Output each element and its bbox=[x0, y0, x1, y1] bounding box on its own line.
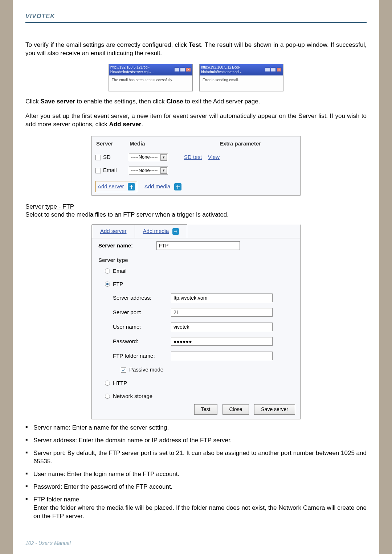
chevron-down-icon[interactable] bbox=[160, 154, 167, 161]
chevron-down-icon[interactable] bbox=[160, 167, 167, 174]
add-media-button[interactable]: Add media bbox=[144, 183, 181, 189]
radio-network-storage[interactable] bbox=[105, 394, 110, 399]
header: VIVOTEK bbox=[13, 0, 379, 35]
ftp-folder-row: FTP folder name: bbox=[92, 349, 300, 363]
test-button[interactable]: Test bbox=[194, 404, 217, 415]
add-row: Add server Add media bbox=[93, 177, 299, 194]
verify-text-1: To verify if the email settings are corr… bbox=[25, 41, 189, 48]
bullet-password: Password: Enter the password of the FTP … bbox=[25, 483, 367, 491]
user-name-input[interactable]: vivotek bbox=[171, 323, 273, 331]
close-icon[interactable]: ✕ bbox=[277, 67, 282, 72]
popup-error: http://192.168.5.121/cgi-bin/admin/tests… bbox=[199, 64, 283, 92]
media-select-email-value: -----None----- bbox=[131, 168, 158, 173]
popup-success-body: The email has been sent successfully. bbox=[109, 75, 192, 91]
button-row: Test Close Save server bbox=[92, 403, 300, 415]
opt-http-row: HTTP bbox=[92, 377, 300, 390]
popup-success-url: http://192.168.5.121/cgi-bin/admin/tests… bbox=[110, 65, 174, 75]
row-sd-label: SD bbox=[103, 154, 111, 160]
view-link[interactable]: View bbox=[208, 154, 220, 160]
password-row: Password: ●●●●●● bbox=[92, 334, 300, 349]
popup-success: http://192.168.5.121/cgi-bin/admin/tests… bbox=[109, 64, 193, 92]
col-media: Media bbox=[126, 137, 180, 150]
save-server-button[interactable]: Save server bbox=[254, 404, 295, 415]
server-port-input[interactable]: 21 bbox=[171, 308, 273, 317]
opt-ftp-label: FTP bbox=[113, 280, 123, 288]
maximize-icon[interactable] bbox=[180, 67, 185, 72]
tab-add-media[interactable]: Add media bbox=[135, 224, 188, 238]
brand-label: VIVOTEK bbox=[25, 13, 367, 20]
close-button[interactable]: Close bbox=[222, 404, 249, 415]
ftp-tabs: Add server Add media bbox=[92, 225, 300, 238]
sd-test-link[interactable]: SD test bbox=[184, 154, 202, 160]
media-select-email[interactable]: -----None----- bbox=[129, 167, 168, 175]
table-row: SD -----None----- SD test View bbox=[93, 151, 299, 163]
radio-ftp[interactable] bbox=[105, 282, 110, 287]
server-port-label: Server port: bbox=[98, 309, 171, 316]
server-port-row: Server port: 21 bbox=[92, 305, 300, 320]
header-divider bbox=[25, 22, 367, 23]
bullet-ftp-folder: FTP folder name Enter the folder where t… bbox=[25, 496, 367, 521]
maximize-icon[interactable] bbox=[271, 67, 276, 72]
test-bold: Test bbox=[189, 41, 201, 48]
col-extra: Extra parameter bbox=[181, 137, 299, 150]
ftp-section-desc: Select to send the media files to an FTP… bbox=[25, 211, 367, 219]
server-address-input[interactable]: ftp.vivotek.vom bbox=[171, 294, 273, 302]
server-type-label: Server type bbox=[92, 253, 300, 264]
verify-paragraph: To verify if the email settings are corr… bbox=[25, 41, 367, 58]
after-setup-paragraph: After you set up the first event server,… bbox=[25, 112, 367, 129]
popup-error-body: Error in sending email. bbox=[200, 75, 283, 91]
add-server-bold: Add server bbox=[109, 121, 142, 128]
server-name-input[interactable]: FTP bbox=[156, 241, 240, 250]
popup-error-controls[interactable]: ✕ bbox=[265, 67, 282, 72]
after-text-2: . bbox=[141, 121, 143, 128]
bullet-user-name: User name: Enter the login name of the F… bbox=[25, 470, 367, 479]
save-text-3: to exit the Add server page. bbox=[183, 98, 260, 105]
close-icon[interactable]: ✕ bbox=[186, 67, 191, 72]
password-input[interactable]: ●●●●●● bbox=[171, 337, 273, 346]
user-name-label: User name: bbox=[98, 323, 171, 331]
media-select-sd[interactable]: -----None----- bbox=[129, 153, 168, 161]
popup-success-controls[interactable]: ✕ bbox=[174, 67, 191, 72]
passive-mode-label: Passive mode bbox=[129, 366, 163, 373]
col-server: Server bbox=[93, 137, 125, 150]
radio-http[interactable] bbox=[105, 381, 110, 386]
server-name-row: Server name: FTP bbox=[92, 238, 300, 253]
password-label: Password: bbox=[98, 338, 171, 345]
bullet-ftp-folder-body: Enter the folder where the media file wi… bbox=[33, 504, 367, 520]
ftp-folder-input[interactable] bbox=[171, 352, 273, 360]
checkbox-email[interactable] bbox=[95, 168, 101, 173]
opt-ns-label: Network storage bbox=[113, 393, 152, 400]
opt-email-label: Email bbox=[113, 267, 127, 275]
save-server-bold: Save server bbox=[41, 98, 75, 105]
radio-email[interactable] bbox=[105, 268, 110, 274]
footer-page-label: 102 - User's Manual bbox=[25, 540, 71, 546]
tab-add-media-label: Add media bbox=[143, 228, 169, 234]
checkbox-sd[interactable] bbox=[95, 155, 101, 160]
add-server-label: Add server bbox=[98, 183, 124, 189]
tab-add-server[interactable]: Add server bbox=[92, 224, 135, 238]
server-list-table: Server Media Extra parameter SD -----Non… bbox=[91, 136, 301, 195]
popup-error-title: http://192.168.5.121/cgi-bin/admin/tests… bbox=[200, 64, 283, 75]
popup-row: http://192.168.5.121/cgi-bin/admin/tests… bbox=[25, 64, 367, 92]
add-media-label: Add media bbox=[144, 183, 171, 189]
close-bold: Close bbox=[166, 98, 183, 105]
checkbox-passive-mode[interactable] bbox=[121, 367, 126, 373]
opt-ns-row: Network storage bbox=[92, 390, 300, 403]
add-server-button[interactable]: Add server bbox=[95, 181, 137, 192]
after-text-1: After you set up the first event server,… bbox=[25, 112, 367, 128]
server-address-row: Server address: ftp.vivotek.vom bbox=[92, 291, 300, 305]
opt-http-label: HTTP bbox=[113, 379, 127, 387]
opt-email-row: Email bbox=[92, 264, 300, 278]
bullet-server-address: Server address: Enter the domain name or… bbox=[25, 436, 367, 445]
bullet-list: Server name: Enter a name for the server… bbox=[25, 424, 367, 520]
plus-icon bbox=[128, 183, 135, 190]
minimize-icon[interactable] bbox=[174, 67, 179, 72]
table-row: Email -----None----- bbox=[93, 164, 299, 176]
server-name-label: Server name: bbox=[98, 242, 156, 249]
plus-icon bbox=[172, 228, 179, 235]
user-name-row: User name: vivotek bbox=[92, 320, 300, 334]
minimize-icon[interactable] bbox=[265, 67, 270, 72]
page: VIVOTEK To verify if the email settings … bbox=[13, 0, 379, 554]
content-body: To verify if the email settings are corr… bbox=[13, 41, 379, 520]
bullet-server-port: Server port: By default, the FTP server … bbox=[25, 449, 367, 466]
